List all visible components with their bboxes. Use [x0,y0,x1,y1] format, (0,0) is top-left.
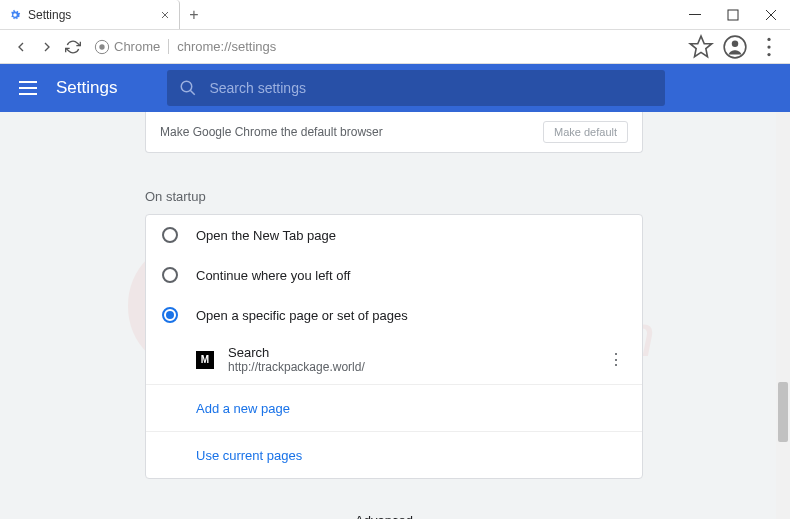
page-title: Settings [56,78,117,98]
radio-open-new-tab[interactable]: Open the New Tab page [146,215,642,255]
svg-point-8 [767,52,770,55]
radio-label: Open the New Tab page [196,228,336,243]
maximize-button[interactable] [714,0,752,30]
radio-icon [162,267,178,283]
use-current-pages-link[interactable]: Use current pages [196,448,302,463]
search-input[interactable] [209,80,653,96]
search-icon [179,79,197,97]
use-current-pages-row[interactable]: Use current pages [146,431,642,478]
new-tab-button[interactable]: + [180,0,208,29]
make-default-button[interactable]: Make default [543,121,628,143]
minimize-button[interactable] [676,0,714,30]
startup-card: Open the New Tab page Continue where you… [145,214,643,479]
page-more-icon[interactable]: ⋮ [606,350,626,369]
svg-point-5 [732,40,739,47]
svg-point-7 [767,45,770,48]
add-new-page-row[interactable]: Add a new page [146,385,642,431]
svg-rect-1 [728,10,738,20]
advanced-label: Advanced [355,513,413,519]
kebab-menu-icon[interactable] [756,34,782,60]
tab-title: Settings [28,8,159,22]
radio-continue[interactable]: Continue where you left off [146,255,642,295]
profile-icon[interactable] [722,34,748,60]
default-browser-card: Make Google Chrome the default browser M… [145,112,643,153]
url-chip-label: Chrome [114,39,169,54]
radio-label: Open a specific page or set of pages [196,308,408,323]
bookmark-star-icon[interactable] [688,34,714,60]
back-button[interactable] [8,34,34,60]
advanced-toggle[interactable]: Advanced [145,513,643,519]
svg-point-9 [182,81,193,92]
close-window-button[interactable] [752,0,790,30]
gear-icon [8,8,22,22]
vertical-scrollbar[interactable] [776,112,790,519]
close-icon[interactable] [159,9,171,21]
scrollbar-thumb[interactable] [778,382,788,442]
svg-point-6 [767,37,770,40]
startup-section-title: On startup [145,189,643,204]
favicon-icon: M [196,351,214,369]
hamburger-icon[interactable] [16,76,40,100]
radio-icon [162,227,178,243]
startup-page-title: Search [228,345,606,360]
svg-point-3 [99,44,104,49]
search-box[interactable] [167,70,665,106]
radio-label: Continue where you left off [196,268,350,283]
svg-rect-0 [689,14,701,15]
default-browser-text: Make Google Chrome the default browser [160,125,543,139]
reload-button[interactable] [60,34,86,60]
url-text[interactable]: chrome://settings [177,39,688,54]
startup-page-url: http://trackpackage.world/ [228,360,606,374]
browser-tab[interactable]: Settings [0,0,180,29]
radio-specific-page[interactable]: Open a specific page or set of pages [146,295,642,335]
chevron-down-icon [423,516,433,520]
forward-button[interactable] [34,34,60,60]
chrome-icon [94,39,110,55]
radio-icon [162,307,178,323]
add-new-page-link[interactable]: Add a new page [196,401,290,416]
startup-page-entry: M Search http://trackpackage.world/ ⋮ [146,335,642,385]
